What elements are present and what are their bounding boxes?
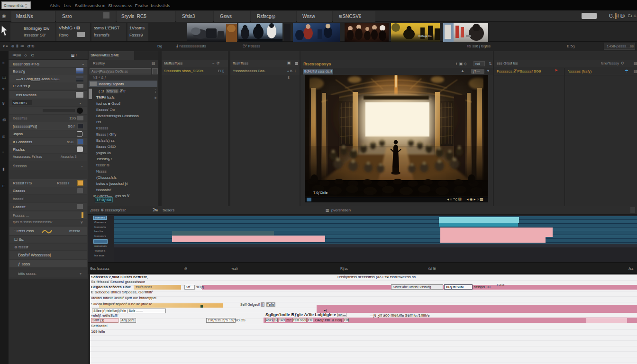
- svg-text:T-0ƒCſгſſе: T-0ƒCſгſſе: [313, 191, 328, 195]
- svg-text:Filſfsgs Ko: Filſfsgs Ko: [419, 35, 432, 37]
